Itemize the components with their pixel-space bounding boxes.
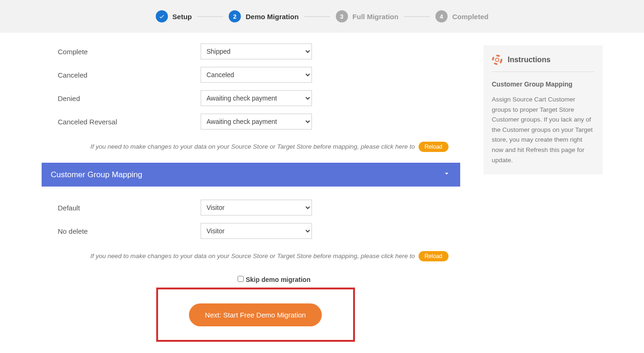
step-label: Completed [452,13,489,21]
reload-text: If you need to make changes to your data… [90,143,415,150]
section-title: Customer Group Mapping [51,170,143,180]
step-divider [304,16,330,17]
instructions-panel: Instructions Customer Group Mapping Assi… [484,45,603,174]
row-complete: Complete Shipped [42,40,460,63]
section-customer-group-mapping[interactable]: Customer Group Mapping [42,163,460,187]
svg-point-0 [492,56,501,64]
step-setup[interactable]: Setup [156,10,192,22]
label-no-delete: No delete [58,227,201,235]
select-canceled[interactable]: Canceled [201,67,312,83]
row-canceled-reversal: Canceled Reversal Awaiting check payment [42,110,460,133]
instructions-header: Instructions [492,55,594,72]
label-default: Default [58,204,201,212]
reload-text: If you need to make changes to your data… [90,252,415,259]
instructions-text: Assign Source Cart Customer groups to pr… [492,94,594,165]
stepper-bar: Setup 2 Demo Migration 3 Full Migration … [0,0,644,33]
highlight-box: Next: Start Free Demo Migration [156,288,355,342]
row-denied: Denied Awaiting check payment [42,86,460,110]
row-no-delete: No delete Visitor [42,219,460,243]
next-button[interactable]: Next: Start Free Demo Migration [189,303,322,326]
step-number-icon: 3 [336,10,348,22]
reload-button[interactable]: Reload [419,251,449,261]
svg-point-1 [495,58,499,61]
row-default: Default Visitor [42,196,460,219]
instructions-subtitle: Customer Group Mapping [492,80,594,88]
skip-demo-checkbox[interactable] [238,276,244,282]
step-label: Setup [173,13,192,21]
select-no-delete[interactable]: Visitor [201,223,312,239]
reload-hint-2: If you need to make changes to your data… [42,243,460,270]
select-denied[interactable]: Awaiting check payment [201,90,312,106]
step-label: Demo Migration [246,13,298,21]
step-divider [404,16,430,17]
select-default[interactable]: Visitor [201,200,312,216]
select-canceled-reversal[interactable]: Awaiting check payment [201,114,312,130]
step-demo-migration[interactable]: 2 Demo Migration [229,10,298,22]
step-full-migration[interactable]: 3 Full Migration [336,10,398,22]
reload-hint-1: If you need to make changes to your data… [42,133,460,160]
step-completed[interactable]: 4 Completed [435,10,489,22]
step-number-icon: 4 [435,10,448,22]
select-complete[interactable]: Shipped [201,43,312,59]
skip-demo-label: Skip demo migration [246,276,310,283]
label-canceled: Canceled [58,71,201,79]
label-complete: Complete [58,48,201,56]
label-canceled-reversal: Canceled Reversal [58,118,201,126]
label-denied: Denied [58,94,201,102]
main-content: Complete Shipped Canceled Canceled Denie… [42,40,460,353]
check-icon [156,10,168,22]
chevron-down-icon [442,169,451,180]
lifebuoy-icon [492,55,502,65]
skip-row: Skip demo migration [88,270,460,288]
step-divider [197,16,223,17]
row-canceled: Canceled Canceled [42,63,460,86]
step-number-icon: 2 [229,10,241,22]
step-label: Full Migration [353,13,398,21]
reload-button[interactable]: Reload [419,142,449,152]
instructions-title: Instructions [508,56,551,64]
stepper: Setup 2 Demo Migration 3 Full Migration … [156,10,489,22]
